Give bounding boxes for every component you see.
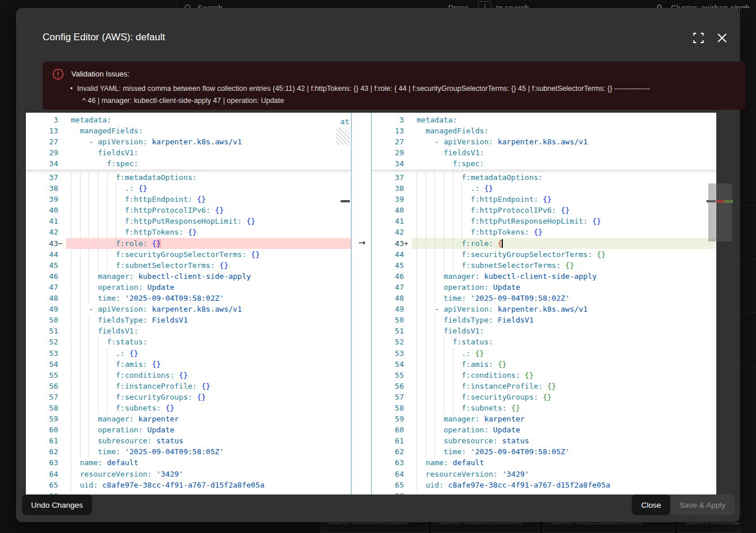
fullscreen-button[interactable] bbox=[693, 32, 705, 45]
diff-pane-modified[interactable]: 3metadata:13 managedFields:27 - apiVersi… bbox=[372, 113, 716, 494]
code-line[interactable]: 47 operation: Update bbox=[26, 282, 351, 293]
code-line[interactable]: 60 operation: Update bbox=[26, 424, 351, 435]
code-line[interactable]: 53 .: {} bbox=[372, 348, 716, 359]
sticky-line[interactable]: 13 managedFields: bbox=[26, 125, 351, 136]
vertical-scrollbar-thumb[interactable] bbox=[708, 183, 716, 241]
code-line[interactable]: 65 uid: c8afe97e-38cc-4f91-a767-d15f2a8f… bbox=[26, 480, 351, 490]
code-text: name: default bbox=[66, 457, 351, 468]
code-line[interactable]: 50 fieldsType: FieldsV1 bbox=[26, 315, 351, 325]
sticky-line[interactable]: 3metadata: bbox=[26, 114, 351, 125]
code-line[interactable]: 48 time: '2025-09-04T09:58:02Z' bbox=[372, 293, 716, 304]
code-line[interactable]: 63 name: default bbox=[26, 457, 351, 468]
code-line[interactable]: 58 f:subnets: {} bbox=[372, 402, 716, 413]
code-line[interactable]: 40 f:httpProtocolIPv6: {} bbox=[372, 205, 716, 216]
code-line[interactable]: 61 subresource: status bbox=[26, 435, 351, 446]
diff-marker: − bbox=[58, 238, 66, 249]
save-apply-button[interactable]: Save & Apply bbox=[670, 494, 735, 515]
code-line[interactable]: 49 - apiVersion: karpenter.k8s.aws/v1 bbox=[26, 304, 351, 315]
fullscreen-icon bbox=[693, 32, 704, 44]
sticky-line[interactable]: 27 - apiVersion: karpenter.k8s.aws/v1 bbox=[26, 136, 351, 147]
code-line[interactable]: 62 time: '2025-09-04T09:58:05Z' bbox=[372, 446, 716, 457]
validation-title: Validation Issues: bbox=[71, 70, 129, 78]
code-line[interactable]: 53 .: {} bbox=[26, 348, 351, 359]
code-text: f:instanceProfile: {} bbox=[412, 381, 716, 392]
code-line[interactable]: 39 f:httpEndpoint: {} bbox=[26, 194, 351, 205]
code-line[interactable]: 61 subresource: status bbox=[372, 435, 716, 446]
code-line[interactable]: 48 time: '2025-09-04T09:58:02Z' bbox=[26, 293, 351, 304]
code-line[interactable]: 45 f:subnetSelectorTerms: {} bbox=[372, 260, 716, 271]
sticky-line[interactable]: 29 fieldsV1: bbox=[26, 147, 351, 158]
code-line[interactable]: 57 f:securityGroups: {} bbox=[372, 392, 716, 402]
line-number: 49 bbox=[372, 304, 404, 315]
sticky-line[interactable]: 27 - apiVersion: karpenter.k8s.aws/v1 bbox=[372, 136, 716, 147]
code-line[interactable]: 43+ f:role: { bbox=[372, 238, 716, 249]
code-line[interactable]: 63 name: default bbox=[372, 457, 716, 468]
code-line[interactable]: 43− f:role: {} bbox=[26, 238, 351, 249]
code-line[interactable]: 42 f:httpTokens: {} bbox=[26, 227, 351, 237]
line-number: 50 bbox=[372, 315, 404, 325]
code-line[interactable]: 37 f:metadataOptions: bbox=[26, 172, 351, 183]
code-text: f:securityGroups: {} bbox=[412, 392, 716, 402]
line-number: 46 bbox=[26, 271, 58, 282]
sticky-line[interactable]: 13 managedFields: bbox=[372, 125, 716, 136]
code-line[interactable]: 66spec: bbox=[372, 490, 716, 494]
code-line[interactable]: 38 .: {} bbox=[372, 183, 716, 194]
close-footer-button[interactable]: Close bbox=[632, 494, 670, 515]
code-line[interactable]: 51 fieldsV1: bbox=[372, 325, 716, 336]
code-text: f:httpPutResponseHopLimit: {} bbox=[66, 216, 351, 227]
code-line[interactable]: 37 f:metadataOptions: bbox=[372, 172, 716, 183]
undo-changes-button[interactable]: Undo Changes bbox=[22, 494, 92, 515]
code-line[interactable]: 46 manager: kubectl-client-side-apply bbox=[26, 271, 351, 282]
diff-pane-original[interactable]: 3metadata:13 managedFields:27 - apiVersi… bbox=[26, 113, 351, 494]
code-line[interactable]: 56 f:instanceProfile: {} bbox=[26, 381, 351, 392]
code-line[interactable]: 52 f:status: bbox=[26, 336, 351, 347]
code-line[interactable]: 52 f:status: bbox=[372, 336, 716, 347]
diff-marker bbox=[58, 490, 66, 494]
code-line[interactable]: 54 f:amis: {} bbox=[26, 359, 351, 370]
code-line[interactable]: 57 f:securityGroups: {} bbox=[26, 392, 351, 402]
code-line[interactable]: 66spec: bbox=[26, 490, 351, 494]
code-line[interactable]: 62 time: '2025-09-04T09:58:05Z' bbox=[26, 446, 351, 457]
code-text: spec: bbox=[66, 490, 351, 494]
code-line[interactable]: 47 operation: Update bbox=[372, 282, 716, 293]
code-line[interactable]: 56 f:instanceProfile: {} bbox=[372, 381, 716, 392]
code-line[interactable]: 50 fieldsType: FieldsV1 bbox=[372, 315, 716, 325]
code-line[interactable]: 41 f:httpPutResponseHopLimit: {} bbox=[26, 216, 351, 227]
sticky-line[interactable]: 29 fieldsV1: bbox=[372, 147, 716, 158]
code-line[interactable]: 39 f:httpEndpoint: {} bbox=[372, 194, 716, 205]
sticky-line[interactable]: 3metadata: bbox=[372, 114, 716, 125]
code-line[interactable]: 44 f:securityGroupSelectorTerms: {} bbox=[372, 249, 716, 260]
code-line[interactable]: 51 fieldsV1: bbox=[26, 325, 351, 336]
code-line[interactable]: 55 f:conditions: {} bbox=[26, 370, 351, 381]
code-line[interactable]: 59 manager: karpenter bbox=[26, 413, 351, 424]
code-line[interactable]: 38 .: {} bbox=[26, 183, 351, 194]
code-line[interactable]: 58 f:subnets: {} bbox=[26, 402, 351, 413]
diff-marker bbox=[404, 205, 412, 216]
code-line[interactable]: 60 operation: Update bbox=[372, 424, 716, 435]
code-line[interactable]: 65 uid: c8afe97e-38cc-4f91-a767-d15f2a8f… bbox=[372, 480, 716, 490]
revert-change-arrow[interactable]: → bbox=[356, 237, 368, 248]
sticky-line[interactable]: 34 f:spec: bbox=[372, 158, 716, 169]
close-button[interactable] bbox=[716, 32, 729, 45]
code-line[interactable]: 64 resourceVersion: '3429' bbox=[26, 469, 351, 480]
diff-sash[interactable]: → bbox=[351, 113, 372, 494]
code-line[interactable]: 49 - apiVersion: karpenter.k8s.aws/v1 bbox=[372, 304, 716, 315]
code-line[interactable]: 44 f:securityGroupSelectorTerms: {} bbox=[26, 249, 351, 260]
overview-ruler[interactable] bbox=[716, 113, 735, 494]
overview-slider[interactable] bbox=[716, 183, 732, 241]
sticky-line[interactable]: 34 f:spec: bbox=[26, 158, 351, 169]
code-line[interactable]: 41 f:httpPutResponseHopLimit: {} bbox=[372, 216, 716, 227]
code-line[interactable]: 64 resourceVersion: '3429' bbox=[372, 469, 716, 480]
code-line[interactable]: 54 f:amis: {} bbox=[372, 359, 716, 370]
diff-marker bbox=[58, 183, 66, 194]
code-line[interactable]: 55 f:conditions: {} bbox=[372, 370, 716, 381]
code-line[interactable]: 45 f:subnetSelectorTerms: {} bbox=[26, 260, 351, 271]
code-line[interactable]: 46 manager: kubectl-client-side-apply bbox=[372, 271, 716, 282]
code-line[interactable]: 40 f:httpProtocolIPv6: {} bbox=[26, 205, 351, 216]
code-line[interactable]: 59 manager: karpenter bbox=[372, 413, 716, 424]
line-number: 63 bbox=[372, 457, 404, 468]
code-text: f:subnetSelectorTerms: {} bbox=[412, 260, 716, 271]
code-text: - apiVersion: karpenter.k8s.aws/v1 bbox=[412, 304, 716, 315]
code-line[interactable]: 42 f:httpTokens: {} bbox=[372, 227, 716, 237]
code-text: f:amis: {} bbox=[66, 359, 351, 370]
